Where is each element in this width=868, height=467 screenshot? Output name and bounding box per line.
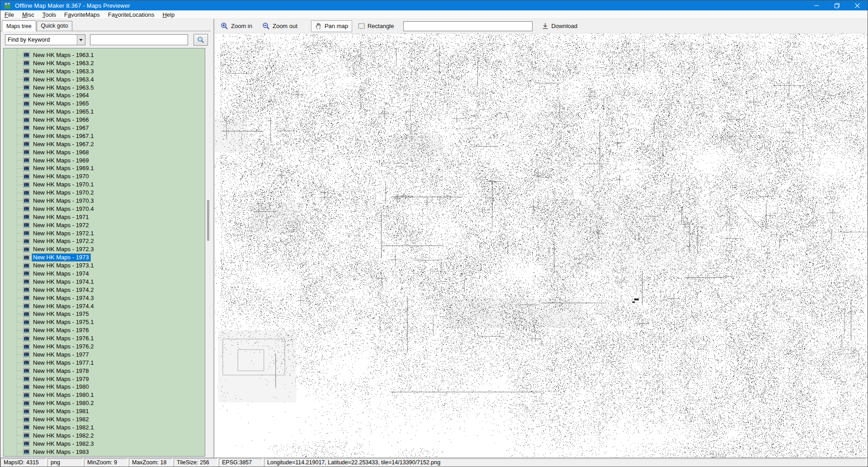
tree-item[interactable]: New HK Maps - 1972 <box>4 221 205 229</box>
status-segment: png <box>47 458 83 467</box>
tree-item[interactable]: New HK Maps - 1978 <box>4 367 205 375</box>
zoom-out-button[interactable]: Zoom out <box>258 20 302 32</box>
tree-scrollbar[interactable] <box>207 48 209 456</box>
tree-item[interactable]: New HK Maps - 1981 <box>4 407 205 415</box>
tree-item-label: New HK Maps - 1983 <box>32 448 90 456</box>
restore-button[interactable] <box>827 0 847 10</box>
tree-scrollbar-thumb[interactable] <box>207 200 209 241</box>
tree-item[interactable]: New HK Maps - 1982.2 <box>4 432 205 440</box>
tree-item[interactable]: New HK Maps - 1970 <box>4 172 205 181</box>
tree-item[interactable]: New HK Maps - 1963.2 <box>4 59 205 67</box>
tree-item[interactable]: New HK Maps - 1973.1 <box>4 262 205 270</box>
menu-help[interactable]: Help <box>158 10 179 19</box>
tree-item[interactable]: New HK Maps - 1965.1 <box>4 108 205 116</box>
map-thumbnail-icon <box>23 125 30 131</box>
tree-branch-line <box>17 112 23 112</box>
menu-file[interactable]: File <box>0 10 18 19</box>
keyword-input[interactable] <box>90 34 189 45</box>
tree-item[interactable]: New HK Maps - 1982.3 <box>4 440 205 448</box>
tree-item-label: New HK Maps - 1982 <box>32 416 90 423</box>
tree-item[interactable]: New HK Maps - 1976.2 <box>4 343 205 351</box>
tab-quick-goto[interactable]: Quick goto <box>37 21 73 31</box>
tree-item[interactable]: New HK Maps - 1967.1 <box>4 132 205 140</box>
tree-branch-line <box>17 379 23 379</box>
left-tabs: Maps treeQuick goto <box>2 20 73 31</box>
tree-item[interactable]: New HK Maps - 1980 <box>4 383 205 391</box>
tree-item-label: New HK Maps - 1978 <box>32 367 90 375</box>
tree-item[interactable]: New HK Maps - 1963.4 <box>4 76 205 84</box>
tree-item[interactable]: New HK Maps - 1975 <box>4 310 205 319</box>
tree-item[interactable]: New HK Maps - 1967 <box>4 124 205 132</box>
map-thumbnail-icon <box>23 449 30 455</box>
tree-item[interactable]: New HK Maps - 1977.1 <box>4 359 205 367</box>
tree-item[interactable]: New HK Maps - 1971 <box>4 213 205 221</box>
tree-branch-line <box>17 362 23 363</box>
tree-item[interactable]: New HK Maps - 1980.1 <box>4 391 205 399</box>
close-button[interactable] <box>847 0 868 10</box>
tree-item[interactable]: New HK Maps - 1965 <box>4 100 205 108</box>
tree-item-label: New HK Maps - 1982.1 <box>32 424 95 431</box>
tree-branch-line <box>17 128 23 128</box>
tree-item[interactable]: New HK Maps - 1969.1 <box>4 164 205 172</box>
dropdown-button[interactable] <box>77 35 85 45</box>
tree-branch-line <box>17 225 23 225</box>
download-button[interactable]: Download <box>538 20 581 32</box>
minimize-button[interactable] <box>807 0 827 10</box>
tree-item[interactable]: New HK Maps - 1982.1 <box>4 424 205 432</box>
map-thumbnail-icon <box>23 60 30 66</box>
tree-branch-line <box>17 298 23 298</box>
tree-item[interactable]: New HK Maps - 1968 <box>4 148 205 157</box>
map-thumbnail-icon <box>23 303 30 309</box>
pan-hand-icon <box>315 23 322 30</box>
map-thumbnail-icon <box>23 85 30 91</box>
tree-item[interactable]: New HK Maps - 1963.5 <box>4 84 205 92</box>
rectangle-select-icon <box>358 23 365 29</box>
tree-item[interactable]: New HK Maps - 1979 <box>4 375 205 383</box>
status-segment: EPSG:3857 <box>219 458 263 467</box>
find-mode-dropdown[interactable]: Find by Keyword <box>5 34 85 45</box>
tree-item[interactable]: New HK Maps - 1982 <box>4 415 205 424</box>
tree-item[interactable]: New HK Maps - 1974 <box>4 270 205 278</box>
menu-misc[interactable]: Misc <box>18 10 38 19</box>
tree-item[interactable]: New HK Maps - 1977 <box>4 351 205 359</box>
tree-item[interactable]: New HK Maps - 1974.2 <box>4 286 205 294</box>
tree-item[interactable]: New HK Maps - 1972.1 <box>4 229 205 238</box>
tree-item[interactable]: New HK Maps - 1964 <box>4 91 205 100</box>
tree-item[interactable]: New HK Maps - 1973 <box>4 253 205 262</box>
tree-item[interactable]: New HK Maps - 1974.4 <box>4 302 205 310</box>
tree-item[interactable]: New HK Maps - 1976.1 <box>4 334 205 343</box>
coordinate-input[interactable] <box>403 21 533 31</box>
tree-item[interactable]: New HK Maps - 1976 <box>4 326 205 334</box>
tree-item[interactable]: New HK Maps - 1974.1 <box>4 278 205 286</box>
tree-item[interactable]: New HK Maps - 1963.1 <box>4 51 205 59</box>
tree-item[interactable]: New HK Maps - 1967.2 <box>4 140 205 148</box>
map-thumbnail-icon <box>23 149 30 155</box>
download-icon <box>542 23 548 29</box>
tree-item[interactable]: New HK Maps - 1969 <box>4 157 205 165</box>
tree-item[interactable]: New HK Maps - 1983 <box>4 448 205 456</box>
tree-item[interactable]: New HK Maps - 1970.1 <box>4 181 205 189</box>
tree-item[interactable]: New HK Maps - 1966 <box>4 116 205 124</box>
tree-item[interactable]: New HK Maps - 1963.3 <box>4 67 205 76</box>
zoom-in-button[interactable]: Zoom in <box>217 20 256 32</box>
pan-map-button[interactable]: Pan map <box>311 20 352 32</box>
tree-item[interactable]: New HK Maps - 1970.4 <box>4 205 205 213</box>
search-button[interactable] <box>193 34 208 46</box>
map-view[interactable] <box>215 33 867 457</box>
menu-favoritemaps[interactable]: FavoriteMaps <box>60 10 104 19</box>
tree-item[interactable]: New HK Maps - 1970.3 <box>4 197 205 205</box>
map-canvas[interactable] <box>215 33 867 457</box>
menu-tools[interactable]: Tools <box>38 10 60 19</box>
tree-item[interactable]: New HK Maps - 1972.2 <box>4 237 205 245</box>
tree-branch-line <box>17 168 23 169</box>
tree-item[interactable]: New HK Maps - 1980.2 <box>4 399 205 407</box>
tree-item[interactable]: New HK Maps - 1975.1 <box>4 318 205 326</box>
tree-branch-line <box>17 395 23 396</box>
tab-maps-tree[interactable]: Maps tree <box>2 20 36 31</box>
tree-item[interactable]: New HK Maps - 1970.2 <box>4 189 205 197</box>
tree-branch-line <box>17 120 23 120</box>
rectangle-button[interactable]: Rectangle <box>354 20 398 32</box>
menu-favoritelocations[interactable]: FavoriteLocations <box>104 10 159 19</box>
tree-item[interactable]: New HK Maps - 1972.3 <box>4 245 205 253</box>
tree-item[interactable]: New HK Maps - 1974.3 <box>4 294 205 302</box>
